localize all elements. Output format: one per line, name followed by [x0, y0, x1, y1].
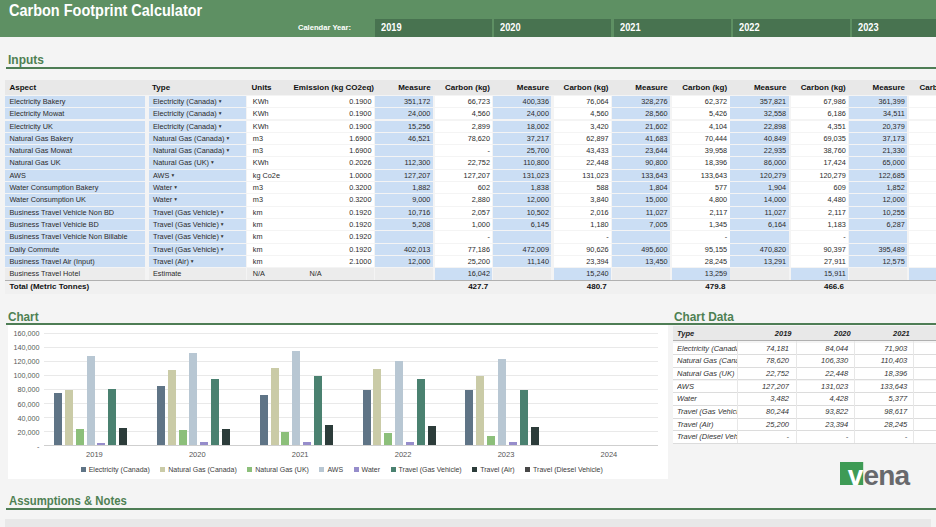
- svg-text:v: v: [848, 460, 864, 491]
- svg-text:ena: ena: [864, 460, 911, 491]
